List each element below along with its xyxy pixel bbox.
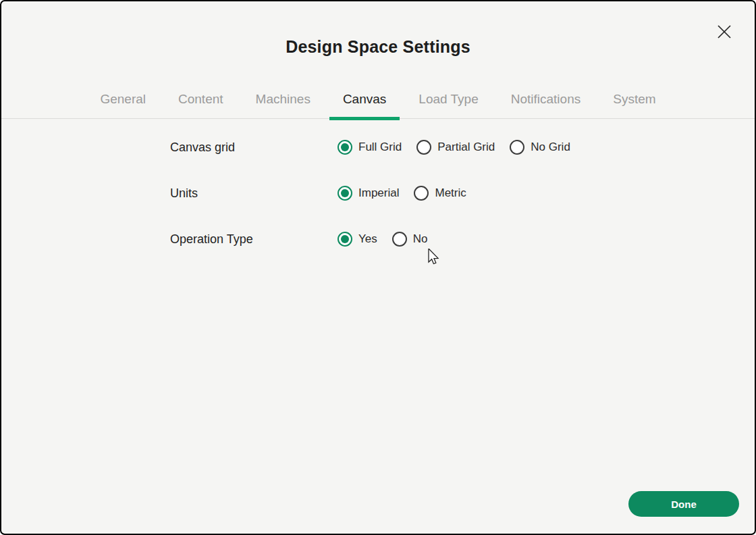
radio-option[interactable]: No: [392, 232, 428, 247]
radio-group: Full GridPartial GridNo Grid: [338, 140, 570, 155]
close-button[interactable]: [714, 22, 734, 42]
radio-option[interactable]: Full Grid: [338, 140, 402, 155]
radio-unselected-icon: [392, 232, 407, 247]
setting-label: Operation Type: [170, 232, 338, 247]
radio-option-label: No Grid: [531, 141, 570, 154]
setting-row: Operation TypeYesNo: [170, 216, 755, 262]
tab-load-type[interactable]: Load Type: [405, 84, 491, 118]
tab-content[interactable]: Content: [165, 84, 237, 118]
radio-group: ImperialMetric: [338, 186, 466, 201]
setting-label: Units: [170, 186, 338, 201]
radio-option-label: Partial Grid: [437, 141, 495, 154]
setting-row: Canvas gridFull GridPartial GridNo Grid: [170, 124, 755, 170]
setting-row: UnitsImperialMetric: [170, 170, 755, 216]
tab-machines[interactable]: Machines: [242, 84, 324, 118]
design-space-settings-dialog: Design Space Settings GeneralContentMach…: [0, 0, 756, 535]
radio-selected-icon: [338, 232, 352, 247]
radio-option[interactable]: Partial Grid: [416, 140, 495, 155]
close-icon: [717, 24, 732, 39]
radio-option-label: Full Grid: [358, 141, 402, 154]
radio-option-label: Metric: [435, 186, 466, 200]
radio-option[interactable]: Yes: [338, 232, 377, 247]
radio-unselected-icon: [416, 140, 431, 155]
setting-label: Canvas grid: [170, 141, 338, 155]
tab-notifications[interactable]: Notifications: [497, 84, 595, 118]
radio-option-label: No: [413, 232, 428, 246]
radio-group: YesNo: [338, 232, 427, 247]
dialog-title: Design Space Settings: [1, 36, 755, 57]
tab-canvas[interactable]: Canvas: [329, 84, 400, 118]
tab-bar: GeneralContentMachinesCanvasLoad TypeNot…: [1, 84, 755, 119]
radio-unselected-icon: [414, 186, 429, 201]
radio-selected-icon: [338, 186, 352, 201]
done-button[interactable]: Done: [628, 491, 739, 517]
radio-option-label: Imperial: [358, 186, 399, 200]
radio-option-label: Yes: [358, 232, 377, 246]
settings-list: Canvas gridFull GridPartial GridNo GridU…: [1, 119, 755, 262]
radio-option[interactable]: No Grid: [510, 140, 570, 155]
radio-selected-icon: [338, 140, 352, 155]
radio-option[interactable]: Imperial: [338, 186, 399, 201]
tab-general[interactable]: General: [86, 84, 159, 118]
tab-system[interactable]: System: [599, 84, 669, 118]
radio-unselected-icon: [510, 140, 524, 155]
radio-option[interactable]: Metric: [414, 186, 466, 201]
